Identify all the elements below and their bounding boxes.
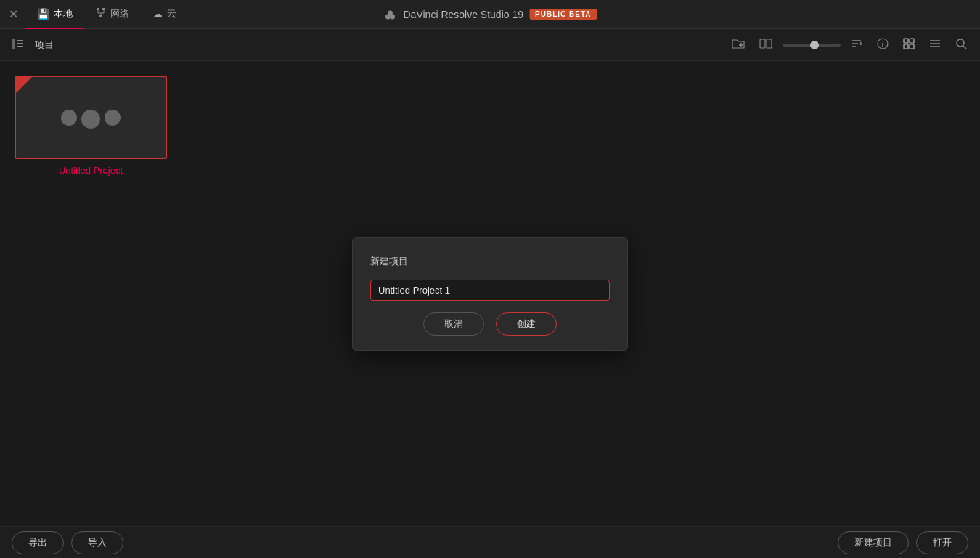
export-button[interactable]: 导出 <box>12 531 64 554</box>
svg-line-32 <box>963 46 966 49</box>
cancel-button[interactable]: 取消 <box>423 312 484 336</box>
tab-cloud[interactable]: ☁ 云 <box>141 0 188 29</box>
svg-rect-17 <box>767 39 772 48</box>
new-project-button[interactable]: 新建项目 <box>838 531 909 554</box>
tab-local[interactable]: 💾 本地 <box>25 0 84 29</box>
project-name: Untitled Project <box>59 165 123 176</box>
zoom-knob[interactable] <box>810 41 819 49</box>
svg-rect-2 <box>99 15 102 17</box>
app-title-text: DaVinci Resolve Studio 19 <box>404 9 524 20</box>
dot-right <box>105 110 121 126</box>
svg-rect-27 <box>910 44 914 49</box>
network-icon <box>96 7 106 20</box>
toolbar-actions <box>727 35 971 55</box>
svg-rect-26 <box>904 44 908 49</box>
svg-rect-1 <box>102 8 105 10</box>
import-button[interactable]: 导入 <box>71 531 123 554</box>
resolve-logo-icon <box>383 7 398 22</box>
svg-rect-13 <box>17 46 23 47</box>
toolbar-title: 项目 <box>35 39 54 52</box>
open-button[interactable]: 打开 <box>916 531 968 554</box>
close-button[interactable]: ✕ <box>9 7 18 21</box>
tab-cloud-label: 云 <box>167 7 176 20</box>
new-folder-button[interactable] <box>727 35 749 55</box>
cloud-icon: ☁ <box>152 8 163 20</box>
app-title: DaVinci Resolve Studio 19 PUBLIC BETA <box>383 7 597 22</box>
bottom-bar: 导出 导入 新建项目 打开 <box>0 526 980 558</box>
project-thumbnail[interactable] <box>15 76 167 159</box>
svg-rect-11 <box>17 40 23 41</box>
svg-point-31 <box>957 39 964 46</box>
svg-point-23 <box>882 40 883 41</box>
tab-network-label: 网络 <box>110 7 129 20</box>
svg-rect-12 <box>17 43 23 44</box>
bottom-left-actions: 导出 导入 <box>12 531 123 554</box>
tab-network[interactable]: 网络 <box>84 0 141 29</box>
grid-view-button[interactable] <box>899 35 919 55</box>
bottom-right-actions: 新建项目 打开 <box>838 531 968 554</box>
svg-rect-24 <box>904 39 908 43</box>
dot-center <box>81 110 100 129</box>
zoom-slider-wrap <box>783 44 841 46</box>
sort-button[interactable] <box>846 35 867 55</box>
project-item[interactable]: Untitled Project <box>15 76 167 176</box>
sidebar-toggle-button[interactable] <box>9 36 26 54</box>
new-project-dialog: 新建项目 取消 创建 <box>352 237 628 351</box>
dialog-title: 新建项目 <box>370 255 610 268</box>
svg-rect-25 <box>910 39 914 43</box>
svg-rect-10 <box>12 39 15 49</box>
dialog-buttons: 取消 创建 <box>370 312 610 336</box>
info-button[interactable] <box>873 35 893 55</box>
public-beta-badge: PUBLIC BETA <box>529 9 597 20</box>
search-button[interactable] <box>951 35 971 55</box>
svg-rect-16 <box>760 39 765 48</box>
svg-rect-0 <box>97 8 99 10</box>
tab-local-label: 本地 <box>54 7 73 20</box>
nav-tabs: 💾 本地 网络 ☁ 云 <box>25 0 188 29</box>
project-name-input[interactable] <box>370 280 610 301</box>
resolve-dots-icon <box>61 110 121 126</box>
svg-point-9 <box>388 10 393 15</box>
list-view-button[interactable] <box>925 35 945 55</box>
toolbar: 项目 <box>0 29 980 61</box>
top-nav-bar: ✕ 💾 本地 网络 ☁ 云 <box>0 0 980 29</box>
zoom-slider[interactable] <box>783 44 841 46</box>
create-button[interactable]: 创建 <box>496 312 557 336</box>
layout-button[interactable] <box>755 36 777 54</box>
dot-left <box>61 110 77 126</box>
main-content: Untitled Project 新建项目 取消 创建 <box>0 61 980 526</box>
local-icon: 💾 <box>37 8 49 20</box>
